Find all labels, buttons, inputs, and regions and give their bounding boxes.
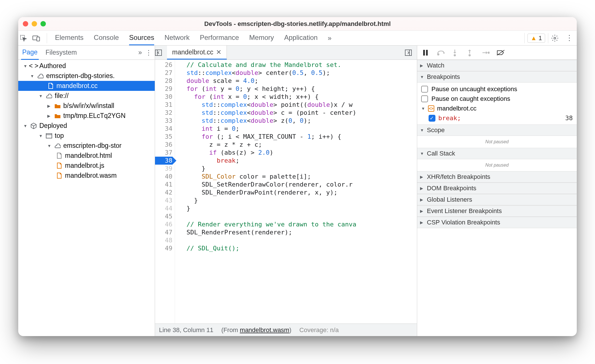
fullscreen-window-button[interactable] — [40, 21, 46, 26]
svg-point-14 — [454, 54, 456, 56]
close-tab-icon[interactable]: ✕ — [216, 48, 221, 56]
tree-top[interactable]: ▼top — [18, 131, 155, 141]
svg-rect-11 — [426, 50, 428, 56]
svg-point-18 — [488, 52, 490, 53]
panel-tabs: Elements Console Sources Network Perform… — [50, 31, 323, 45]
pause-uncaught-checkbox[interactable]: Pause on uncaught exceptions — [421, 84, 573, 94]
minimize-window-button[interactable] — [32, 21, 37, 26]
nav-more-tabs-icon[interactable]: » — [138, 49, 142, 56]
line-gutter[interactable]: 2627282930313233343536373839404142434445… — [155, 60, 175, 324]
section-csp[interactable]: ▶CSP Violation Breakpoints — [417, 217, 577, 228]
section-xhr[interactable]: ▶XHR/fetch Breakpoints — [417, 171, 577, 183]
tab-sources[interactable]: Sources — [129, 31, 154, 45]
breakpoints-body: Pause on uncaught exceptions Pause on ca… — [417, 83, 577, 124]
nav-kebab-icon[interactable]: ⋮ — [145, 49, 152, 56]
main-toolbar: Elements Console Sources Network Perform… — [18, 31, 577, 46]
titlebar: DevTools - emscripten-dbg-stories.netlif… — [18, 17, 577, 31]
navigator-panel: Page Filesystem » ⋮ ▼< >Authored ▼emscri… — [18, 46, 155, 336]
tree-file-mandelbrot-cc[interactable]: mandelbrot.cc — [18, 81, 155, 91]
editor-panel: mandelbrot.cc ✕ 262728293031323334353637… — [155, 46, 417, 336]
tree-origin-deployed[interactable]: ▼emscripten-dbg-stor — [18, 141, 155, 151]
deactivate-breakpoints-icon[interactable] — [496, 49, 504, 56]
breakpoint-entry[interactable]: break;38 — [421, 113, 573, 123]
section-dom[interactable]: ▶DOM Breakpoints — [417, 183, 577, 194]
code-content[interactable]: // Calculate and draw the Mandelbrot set… — [175, 60, 417, 324]
settings-icon[interactable] — [551, 34, 563, 42]
tree-file-js[interactable]: mandelbrot.js — [18, 161, 155, 171]
step-icon[interactable] — [482, 50, 489, 56]
pause-caught-checkbox[interactable]: Pause on caught exceptions — [421, 94, 573, 104]
tree-folder-tmp[interactable]: ▶tmp/tmp.ELcTq2YGN — [18, 111, 155, 121]
traffic-lights — [23, 21, 46, 26]
breakpoint-file[interactable]: ▼<>mandelbrot.cc — [421, 104, 573, 113]
tab-elements[interactable]: Elements — [55, 31, 83, 45]
toggle-debugger-icon[interactable] — [405, 50, 417, 56]
tab-performance[interactable]: Performance — [200, 31, 239, 45]
more-tabs-icon[interactable]: » — [324, 34, 335, 42]
navigator-tabs: Page Filesystem » ⋮ — [18, 46, 155, 60]
file-tree: ▼< >Authored ▼emscripten-dbg-stories. ma… — [18, 60, 155, 336]
editor-statusbar: Line 38, Column 11 (From mandelbrot.wasm… — [155, 324, 417, 336]
cursor-position: Line 38, Column 11 — [159, 326, 213, 334]
coverage-info: Coverage: n/a — [299, 326, 339, 334]
close-window-button[interactable] — [23, 21, 28, 26]
tab-application[interactable]: Application — [284, 31, 317, 45]
source-file-icon: <> — [428, 105, 434, 112]
devtools-window: DevTools - emscripten-dbg-stories.netlif… — [18, 17, 577, 336]
editor-tabbar: mandelbrot.cc ✕ — [155, 46, 417, 60]
section-global[interactable]: ▶Global Listeners — [417, 194, 577, 205]
callstack-not-paused: Not paused — [417, 159, 577, 171]
source-from-link[interactable]: mandelbrot.wasm — [240, 326, 290, 334]
svg-rect-2 — [37, 37, 40, 41]
svg-point-16 — [469, 54, 470, 56]
tree-file-protocol[interactable]: ▼file:// — [18, 91, 155, 101]
debugger-panel: ▶Watch ▼Breakpoints Pause on uncaught ex… — [417, 46, 577, 336]
section-callstack[interactable]: ▼Call Stack — [417, 148, 577, 159]
editor-tab-mandelbrot-cc[interactable]: mandelbrot.cc ✕ — [167, 46, 227, 60]
source-from: (From mandelbrot.wasm) — [221, 326, 292, 334]
checkbox-icon[interactable] — [429, 115, 435, 122]
step-out-icon[interactable] — [467, 49, 474, 56]
section-breakpoints[interactable]: ▼Breakpoints — [417, 71, 577, 83]
tab-memory[interactable]: Memory — [249, 31, 274, 45]
nav-tab-page[interactable]: Page — [21, 46, 39, 60]
warnings-badge[interactable]: ▲ 1 — [527, 34, 545, 43]
tree-folder-install[interactable]: ▶b/s/w/ir/x/w/install — [18, 101, 155, 111]
tree-deployed[interactable]: ▼Deployed — [18, 121, 155, 131]
window-title: DevTools - emscripten-dbg-stories.netlif… — [18, 20, 577, 28]
warning-count: 1 — [539, 34, 542, 42]
checkbox-icon[interactable] — [421, 95, 428, 102]
svg-rect-6 — [155, 50, 162, 56]
step-over-icon[interactable] — [437, 50, 445, 56]
debugger-toolbar — [417, 46, 577, 60]
section-watch[interactable]: ▶Watch — [417, 60, 577, 71]
tab-network[interactable]: Network — [164, 31, 189, 45]
device-toolbar-icon[interactable] — [32, 35, 44, 41]
svg-point-12 — [438, 54, 439, 55]
code-editor[interactable]: 2627282930313233343536373839404142434445… — [155, 60, 417, 324]
warning-icon: ▲ — [531, 34, 537, 42]
tree-file-html[interactable]: mandelbrot.html — [18, 151, 155, 161]
svg-rect-4 — [46, 134, 52, 138]
inspect-element-icon[interactable] — [20, 35, 31, 42]
scope-not-paused: Not paused — [417, 136, 577, 148]
kebab-menu-icon[interactable]: ⋮ — [564, 34, 575, 42]
pause-resume-icon[interactable] — [422, 49, 430, 56]
svg-point-3 — [554, 37, 556, 39]
nav-tab-filesystem[interactable]: Filesystem — [44, 46, 78, 59]
svg-rect-10 — [423, 50, 425, 56]
tree-authored[interactable]: ▼< >Authored — [18, 61, 155, 71]
tab-console[interactable]: Console — [94, 31, 119, 45]
svg-rect-8 — [405, 50, 411, 56]
toggle-navigator-icon[interactable] — [155, 50, 167, 56]
checkbox-icon[interactable] — [421, 86, 428, 93]
section-scope[interactable]: ▼Scope — [417, 124, 577, 136]
section-event[interactable]: ▶Event Listener Breakpoints — [417, 205, 577, 217]
tree-file-wasm[interactable]: mandelbrot.wasm — [18, 171, 155, 181]
editor-tab-label: mandelbrot.cc — [172, 48, 213, 56]
tree-origin-authored[interactable]: ▼emscripten-dbg-stories. — [18, 71, 155, 81]
step-into-icon[interactable] — [452, 49, 459, 56]
